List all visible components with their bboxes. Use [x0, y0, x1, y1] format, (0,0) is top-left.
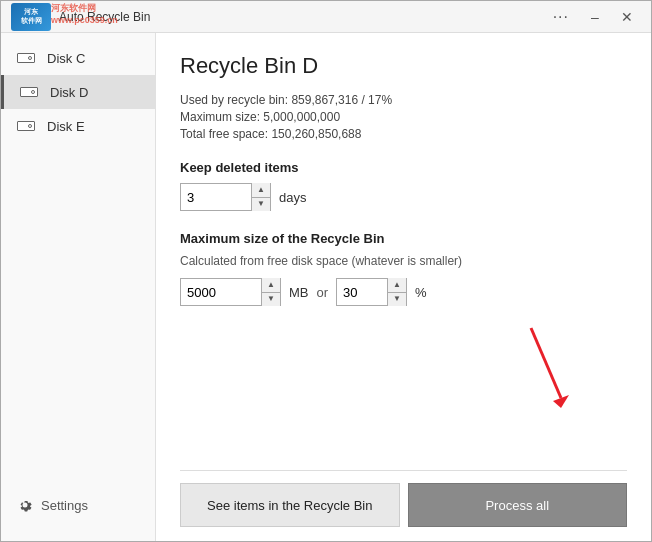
see-items-button[interactable]: See items in the Recycle Bin: [180, 483, 400, 527]
max-size-row: ▲ ▼ MB or ▲ ▼ %: [180, 278, 627, 306]
disk-d-label: Disk D: [50, 85, 88, 100]
mb-unit-label: MB: [289, 285, 309, 300]
sidebar: Disk C Disk D Disk E Settings: [1, 33, 156, 542]
titlebar: 河东软件网 河东软件网 www.pc0359.cn Auto Recycle B…: [1, 1, 651, 33]
disk-c-icon: [17, 50, 37, 66]
sidebar-bottom: Settings: [1, 483, 155, 535]
settings-icon: [17, 497, 33, 513]
app-logo: 河东软件网: [11, 3, 51, 31]
svg-marker-1: [553, 395, 569, 408]
disk-c-label: Disk C: [47, 51, 85, 66]
pct-input[interactable]: [337, 279, 387, 305]
close-button[interactable]: ✕: [613, 6, 641, 28]
settings-label: Settings: [41, 498, 88, 513]
maximum-size-info: Maximum size: 5,000,000,000: [180, 110, 627, 124]
pct-up-arrow[interactable]: ▲: [388, 278, 406, 293]
sidebar-item-disk-c[interactable]: Disk C: [1, 41, 155, 75]
mb-arrows: ▲ ▼: [261, 278, 280, 306]
more-options-button[interactable]: ···: [545, 8, 577, 26]
days-input[interactable]: [181, 184, 251, 210]
content-area: Recycle Bin D Used by recycle bin: 859,8…: [156, 33, 651, 542]
disk-e-label: Disk E: [47, 119, 85, 134]
or-label: or: [317, 285, 329, 300]
total-free-space-info: Total free space: 150,260,850,688: [180, 127, 627, 141]
days-down-arrow[interactable]: ▼: [252, 198, 270, 212]
sidebar-item-disk-d[interactable]: Disk D: [1, 75, 155, 109]
days-up-arrow[interactable]: ▲: [252, 183, 270, 198]
pct-down-arrow[interactable]: ▼: [388, 293, 406, 307]
mb-up-arrow[interactable]: ▲: [262, 278, 280, 293]
mb-down-arrow[interactable]: ▼: [262, 293, 280, 307]
max-size-description: Calculated from free disk space (whateve…: [180, 254, 627, 268]
bottom-bar: See items in the Recycle Bin Process all: [180, 470, 627, 527]
max-size-section-title: Maximum size of the Recycle Bin: [180, 231, 627, 246]
main-layout: Disk C Disk D Disk E Settings Recycle Bi…: [1, 33, 651, 542]
process-all-button[interactable]: Process all: [408, 483, 628, 527]
mb-input[interactable]: [181, 279, 261, 305]
watermark: 河东软件网 www.pc0359.cn: [51, 3, 118, 26]
minimize-button[interactable]: –: [581, 6, 609, 28]
sidebar-item-disk-e[interactable]: Disk E: [1, 109, 155, 143]
settings-item[interactable]: Settings: [17, 491, 139, 519]
days-unit-label: days: [279, 190, 306, 205]
pct-spinner[interactable]: ▲ ▼: [336, 278, 407, 306]
keep-days-row: ▲ ▼ days: [180, 183, 627, 211]
disk-d-icon: [20, 84, 40, 100]
page-title: Recycle Bin D: [180, 53, 627, 79]
days-spinner[interactable]: ▲ ▼: [180, 183, 271, 211]
mb-spinner[interactable]: ▲ ▼: [180, 278, 281, 306]
pct-unit-label: %: [415, 285, 427, 300]
logo-text: 河东软件网: [21, 8, 42, 25]
svg-line-0: [531, 328, 561, 398]
window-title: Auto Recycle Bin: [59, 10, 545, 24]
arrow-annotation: [521, 323, 571, 416]
pct-arrows: ▲ ▼: [387, 278, 406, 306]
disk-e-icon: [17, 118, 37, 134]
window-controls: ··· – ✕: [545, 6, 641, 28]
used-by-recycle-info: Used by recycle bin: 859,867,316 / 17%: [180, 93, 627, 107]
keep-section-title: Keep deleted items: [180, 160, 627, 175]
days-arrows: ▲ ▼: [251, 183, 270, 211]
